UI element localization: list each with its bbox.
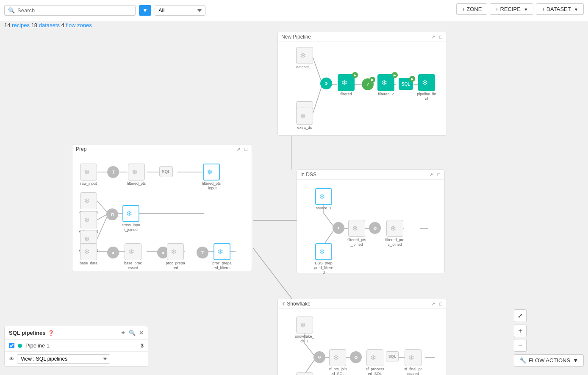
node-prep-r1-filter[interactable]: ⊤ [107, 166, 119, 178]
svg-text:❄: ❄ [84, 168, 90, 176]
new-pipeline-icons: ↗ □ [430, 34, 443, 40]
new-pipeline-header: New Pipeline ↗ □ [278, 32, 447, 42]
flow-zones-link[interactable]: flow zones [66, 22, 92, 28]
in-dss-title: In DSS [300, 172, 316, 178]
node-sf-ds2[interactable]: ❄ sf_processed_SQL [365, 349, 385, 375]
search-box[interactable]: 🔍 [4, 5, 136, 16]
svg-text:❄: ❄ [319, 193, 325, 200]
snowflake-icon: ❄ [352, 224, 361, 233]
snowflake-icon: ❄ [171, 247, 180, 256]
node-box: ❄ [418, 74, 435, 91]
view-row: 👁 View : SQL pipelines [5, 352, 148, 366]
svg-text:❄: ❄ [422, 79, 428, 86]
new-pipeline-zone: New Pipeline ↗ □ ❄ dataset_1 [277, 32, 447, 136]
node-prep-r1-ds3[interactable]: ❄ filtered_pts_input [202, 164, 221, 191]
node-prep-r3-ds4[interactable]: ❄ proc_prepared_filtered [212, 243, 232, 270]
zoom-in-button[interactable]: + [514, 325, 527, 337]
new-pipeline-minimize-icon[interactable]: □ [438, 34, 443, 39]
node-sf-join[interactable]: ⊙ [313, 351, 325, 363]
snowflake-icon: ❄ [408, 353, 418, 362]
node-np-ds3[interactable]: ❄ ▶ filtered [336, 74, 356, 97]
in-dss-zone: In DSS ↗ □ [297, 169, 445, 273]
zoom-out-button[interactable]: − [514, 339, 527, 352]
in-snowflake-minimize-icon[interactable]: □ [438, 301, 443, 306]
right-toolbar: + ZONE + RECIPE ▼ + DATASET ▼ [456, 3, 584, 15]
node-prep-r1-ds2[interactable]: ❄ filtered_pts [127, 164, 146, 186]
svg-text:❄: ❄ [390, 225, 396, 232]
node-prep-r3-ds2[interactable]: ❄ base_processed [123, 243, 143, 270]
recipe-button[interactable]: + RECIPE ▼ [490, 3, 533, 15]
recipes-link[interactable]: recipes [12, 22, 30, 28]
prep-expand-icon[interactable]: ↗ [236, 147, 241, 152]
sql-panel-search-icon[interactable]: 🔍 [129, 330, 136, 336]
node-prep-r2-join[interactable]: ⊓ [106, 208, 118, 220]
node-prep-r1-ds1[interactable]: ❄ raw_input [79, 164, 98, 186]
node-dss-recipe2[interactable]: ⊘ [369, 222, 381, 234]
node-prep-r3-ds1[interactable]: ❄ base_data [79, 243, 98, 266]
zone-button[interactable]: + ZONE [456, 3, 487, 15]
snowflake-icon: ❄ [217, 247, 227, 256]
pipeline-count: 3 [141, 342, 144, 349]
datasets-link[interactable]: datasets [39, 22, 60, 28]
node-prep-r1-sql[interactable]: SQL [159, 166, 173, 177]
filter-button[interactable]: ▼ [139, 5, 151, 16]
svg-text:❄: ❄ [370, 354, 376, 361]
node-prep-r2-out[interactable]: ❄ cross_input_joined [121, 205, 141, 232]
in-snowflake-expand-icon[interactable]: ↗ [430, 301, 436, 307]
in-dss-header: In DSS ↗ □ [297, 170, 444, 180]
view-select[interactable]: View : SQL pipelines [17, 354, 110, 364]
recipes-count: 14 [4, 22, 10, 28]
node-np-join[interactable]: ⊙ [320, 78, 332, 89]
pipeline-checkbox[interactable] [9, 343, 14, 348]
prep-minimize-icon[interactable]: □ [244, 147, 248, 152]
node-sf-recipe1[interactable]: ⊘ [350, 351, 362, 363]
node-dss-join[interactable]: ● [333, 222, 344, 234]
node-dss-bottom[interactable]: ❄ DSS_prepared_filtered [314, 243, 333, 275]
node-sf-top[interactable]: ❄ snowflake_ds_1 [295, 317, 314, 344]
prep-icons: ↗ □ [236, 147, 248, 152]
wrench-icon: 🔧 [519, 357, 526, 364]
sql-panel-tools: ✦ 🔍 ✕ [121, 330, 144, 336]
flow-actions-button[interactable]: 🔧 FLOW ACTIONS ▼ [514, 354, 584, 367]
expand-button[interactable]: ⤢ [514, 309, 527, 322]
flow-actions-label: FLOW ACTIONS [529, 357, 570, 364]
prep-header: Prep ↗ □ [72, 144, 252, 154]
node-prep-r3-filter[interactable]: ⊤ [197, 247, 208, 258]
sql-pipelines-panel: SQL pipelines ❓ ✦ 🔍 ✕ Pipeline 1 3 👁 Vie… [4, 326, 148, 367]
node-dss-ds2[interactable]: ❄ filtered_proc_joined [385, 220, 405, 247]
node-prep-r3-r1[interactable]: ● [107, 247, 119, 258]
play-badge: ▶ [369, 77, 375, 83]
svg-text:❄: ❄ [171, 248, 177, 256]
recipe-circle: ⊙ [320, 78, 332, 89]
svg-text:❄: ❄ [333, 354, 339, 361]
filter-select[interactable]: All [155, 5, 205, 16]
node-np-sql[interactable]: SQL ▶ [399, 78, 413, 90]
dataset-button[interactable]: + DATASET ▼ [536, 3, 584, 15]
node-np-recipe1[interactable]: ✓ ▶ [362, 78, 374, 90]
node-np-ds5[interactable]: ❄ pipeline_final [417, 74, 436, 101]
node-prep-r3-ds3[interactable]: ❄ proc_prepared [166, 243, 185, 270]
svg-text:❄: ❄ [126, 210, 132, 217]
svg-text:❄: ❄ [341, 79, 347, 86]
svg-text:❄: ❄ [207, 168, 213, 176]
node-sf-ds1[interactable]: ❄ sf_pts_joined_SQL [328, 349, 347, 375]
in-dss-expand-icon[interactable]: ↗ [428, 172, 434, 178]
snowflake-icon: ❄ [84, 167, 93, 177]
node-np-ds6[interactable]: ❄ extra_ds [295, 108, 314, 130]
svg-text:❄: ❄ [132, 168, 138, 176]
node-np-ds4[interactable]: ❄ ▶ filtered_2 [376, 74, 396, 97]
node-sf-sql[interactable]: SQL [386, 351, 399, 361]
new-pipeline-expand-icon[interactable]: ↗ [430, 34, 436, 40]
node-box: ❄ ▶ [338, 74, 355, 91]
search-input[interactable] [17, 7, 132, 14]
sql-panel-settings-icon[interactable]: ✦ [121, 330, 125, 336]
in-snowflake-zone: In Snowflake ↗ □ ❄ snowfla [277, 299, 447, 375]
node-dss-ds1[interactable]: ❄ filtered_pts_joined [347, 220, 366, 247]
sql-panel-close-icon[interactable]: ✕ [139, 330, 144, 336]
help-icon[interactable]: ❓ [48, 330, 54, 336]
node-sf-ds3[interactable]: ❄ sf_final_prepared [403, 349, 423, 375]
node-dss-top[interactable]: ❄ source_1 [314, 188, 333, 211]
node-sf-bottom[interactable]: ❄ snowflake_ds_2 [295, 372, 314, 375]
snowflake-icon: ❄ [300, 111, 309, 121]
in-dss-minimize-icon[interactable]: □ [436, 172, 441, 177]
